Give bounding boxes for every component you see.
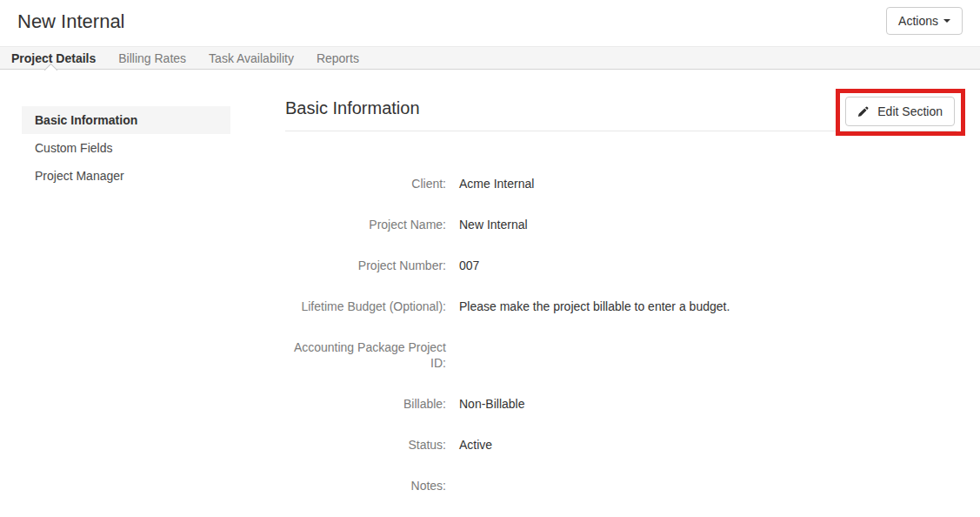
field-label: Billable:	[285, 396, 446, 412]
field-row-lifetime-budget: Lifetime Budget (Optional): Please make …	[285, 299, 957, 314]
section-header: Basic Information Edit Section	[285, 98, 957, 131]
field-row-billable: Billable: Non-Billable	[285, 396, 957, 412]
field-row-project-name: Project Name: New Internal	[285, 217, 957, 232]
annotation-highlight-box: Edit Section	[836, 89, 965, 136]
field-label: Status:	[285, 437, 446, 453]
field-label: Project Number:	[285, 258, 446, 273]
caret-down-icon	[943, 19, 950, 23]
field-value: New Internal	[459, 217, 528, 232]
sidebar-item-basic-information[interactable]: Basic Information	[22, 106, 230, 134]
tab-billing-rates[interactable]: Billing Rates	[118, 51, 186, 65]
tab-bar: Project Details Billing Rates Task Avail…	[0, 46, 980, 70]
field-value: Active	[459, 437, 492, 453]
field-label: Project Name:	[285, 217, 446, 232]
field-label: Client:	[285, 176, 446, 191]
edit-section-label: Edit Section	[877, 104, 943, 118]
field-label: Notes:	[285, 478, 446, 494]
field-value: 007	[459, 258, 479, 273]
field-label: Accounting Package Project ID:	[285, 339, 446, 371]
tab-reports[interactable]: Reports	[317, 51, 359, 65]
field-row-accounting-package-project-id: Accounting Package Project ID:	[285, 339, 957, 371]
page-header: New Internal Actions	[0, 0, 980, 46]
field-value: Acme Internal	[459, 176, 534, 191]
tab-project-details[interactable]: Project Details	[11, 51, 96, 65]
actions-button[interactable]: Actions	[886, 7, 963, 35]
field-row-client: Client: Acme Internal	[285, 176, 957, 191]
field-row-notes: Notes:	[285, 478, 957, 494]
basic-information-form: Client: Acme Internal Project Name: New …	[285, 176, 957, 494]
content-area: Basic Information Custom Fields Project …	[0, 70, 980, 517]
field-value: Please make the project billable to ente…	[459, 299, 730, 314]
sidebar-item-custom-fields[interactable]: Custom Fields	[22, 134, 230, 162]
edit-section-button[interactable]: Edit Section	[845, 97, 955, 126]
actions-button-label: Actions	[898, 14, 938, 28]
field-value: Non-Billable	[459, 396, 524, 412]
field-row-status: Status: Active	[285, 437, 957, 453]
page: New Internal Actions Project Details Bil…	[0, 0, 980, 517]
page-title: New Internal	[17, 10, 125, 33]
tab-task-availability[interactable]: Task Availability	[209, 51, 294, 65]
sidebar: Basic Information Custom Fields Project …	[0, 70, 261, 190]
field-label: Lifetime Budget (Optional):	[285, 299, 446, 314]
pencil-icon	[857, 106, 869, 118]
main-content: Basic Information Edit Section Client:	[261, 70, 980, 517]
sidebar-item-project-manager[interactable]: Project Manager	[22, 162, 230, 190]
field-row-project-number: Project Number: 007	[285, 258, 957, 273]
